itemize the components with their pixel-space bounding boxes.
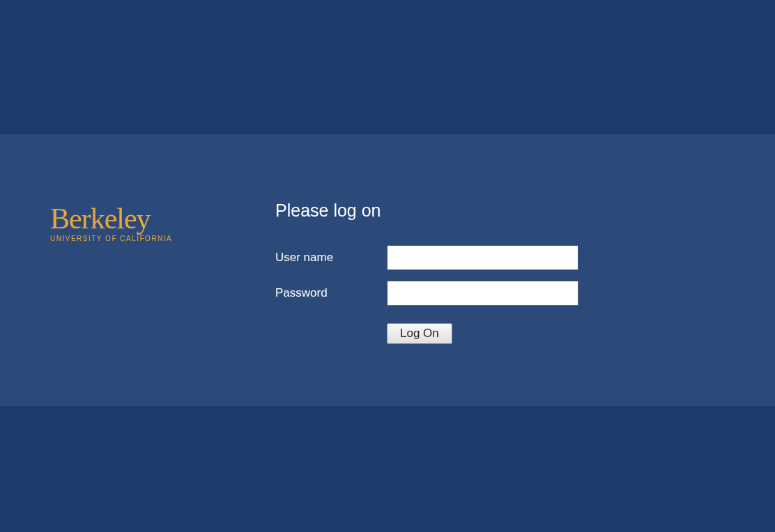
logon-button[interactable]: Log On xyxy=(387,323,452,344)
username-label: User name xyxy=(275,251,387,265)
bottom-band xyxy=(0,406,775,532)
form-heading: Please log on xyxy=(275,201,775,221)
button-row: Log On xyxy=(275,323,775,344)
top-band xyxy=(0,0,775,134)
berkeley-logo: Berkeley UNIVERSITY OF CALIFORNIA xyxy=(50,204,172,242)
logo-main-text: Berkeley xyxy=(50,204,172,233)
password-input[interactable] xyxy=(387,281,578,306)
password-label: Password xyxy=(275,286,387,300)
logo-area: Berkeley UNIVERSITY OF CALIFORNIA xyxy=(0,134,275,406)
login-form: Please log on User name Password Log On xyxy=(275,134,775,406)
username-row: User name xyxy=(275,245,775,270)
logo-subtitle: UNIVERSITY OF CALIFORNIA xyxy=(50,235,172,242)
login-panel: Berkeley UNIVERSITY OF CALIFORNIA Please… xyxy=(0,134,775,406)
username-input[interactable] xyxy=(387,245,578,270)
password-row: Password xyxy=(275,281,775,306)
